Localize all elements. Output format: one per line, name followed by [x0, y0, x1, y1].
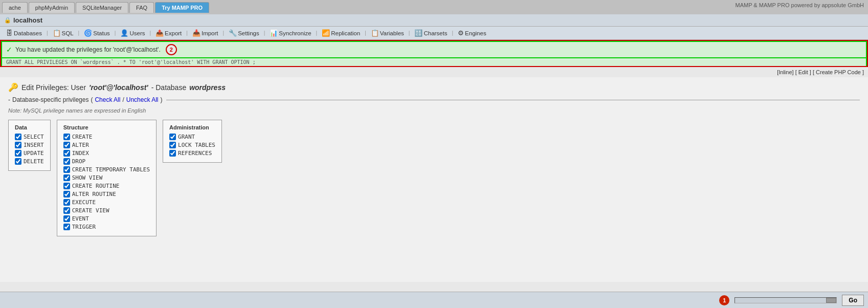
label-update: UPDATE — [24, 150, 44, 157]
label-references: REFERENCES — [178, 150, 212, 157]
checkbox-delete[interactable] — [15, 158, 21, 165]
label-delete: DELETE — [24, 158, 44, 165]
tab-ache[interactable]: ache — [2, 2, 28, 13]
priv-group-data: Data SELECT INSERT UPDATE DELETE — [8, 120, 51, 171]
import-icon: 📥 — [192, 29, 201, 37]
priv-show-view: SHOW VIEW — [63, 174, 150, 181]
nav-sql-label: SQL — [62, 30, 74, 36]
nav-sep-8: | — [316, 30, 318, 36]
priv-create-temporary-tables: CREATE TEMPORARY TABLES — [63, 166, 150, 173]
inline-link[interactable]: [Inline] — [777, 69, 793, 75]
label-drop: DROP — [72, 158, 86, 165]
checkbox-create-temporary-tables[interactable] — [63, 166, 70, 173]
nav-sep-2: | — [78, 30, 80, 36]
priv-select: SELECT — [15, 134, 44, 140]
nav-sep-11: | — [452, 30, 453, 36]
label-grant: GRANT — [178, 134, 195, 140]
page-title-prefix: Edit Privileges: User — [21, 83, 86, 92]
action-links: [Inline] [ Edit ] [ Create PHP Code ] — [0, 67, 868, 77]
nav-replication[interactable]: 📶 Replication — [319, 28, 363, 38]
nav-settings-label: Settings — [238, 30, 259, 36]
checkbox-grant[interactable] — [169, 134, 176, 140]
settings-icon: 🔧 — [229, 29, 237, 37]
privilege-groups: Data SELECT INSERT UPDATE DELETE Structu… — [8, 120, 860, 236]
label-alter-routine: ALTER ROUTINE — [72, 191, 116, 197]
page-title-database: wordpress — [189, 83, 226, 92]
nav-export[interactable]: 📤 Export — [152, 28, 185, 38]
nav-status-label: Status — [93, 30, 110, 36]
priv-group-structure: Structure CREATE ALTER INDEX DROP CREATE… — [57, 120, 157, 236]
checkbox-lock-tables[interactable] — [169, 142, 176, 148]
nav-settings[interactable]: 🔧 Settings — [226, 28, 262, 38]
checkbox-update[interactable] — [15, 150, 21, 157]
checkbox-select[interactable] — [15, 134, 21, 140]
structure-group-title: Structure — [63, 124, 150, 130]
priv-paren-open: ( — [91, 96, 93, 103]
export-icon: 📤 — [155, 29, 164, 37]
main-content: 🔑 Edit Privileges: User 'root'@'localhos… — [0, 77, 868, 282]
nav-import[interactable]: 📥 Import — [189, 28, 221, 38]
priv-update: UPDATE — [15, 150, 44, 157]
nav-status[interactable]: 🌀 Status — [81, 28, 113, 38]
label-create-view: CREATE VIEW — [72, 207, 109, 214]
checkbox-create-view[interactable] — [63, 207, 70, 214]
nav-synchronize[interactable]: 📊 Synchronize — [266, 28, 314, 38]
priv-divider — [166, 100, 860, 100]
tab-faq[interactable]: FAQ — [129, 2, 154, 13]
checkbox-create[interactable] — [63, 134, 70, 140]
nav-bar: 🗄 Databases | 📋 SQL | 🌀 Status | 👤 Users… — [0, 27, 868, 40]
nav-import-label: Import — [202, 30, 218, 36]
charsets-icon: 🔠 — [414, 29, 422, 37]
nav-variables[interactable]: 📋 Variables — [368, 28, 407, 38]
checkbox-create-routine[interactable] — [63, 183, 70, 189]
success-annotation-box: ✓ You have updated the privileges for 'r… — [0, 40, 868, 67]
checkbox-execute[interactable] — [63, 199, 70, 206]
label-alter: ALTER — [72, 142, 89, 148]
checkbox-trigger[interactable] — [63, 224, 70, 230]
priv-insert: INSERT — [15, 142, 44, 148]
label-trigger: TRIGGER — [72, 224, 96, 230]
tab-sqlitemanager[interactable]: SQLiteManager — [76, 2, 128, 13]
checkbox-event[interactable] — [63, 215, 70, 222]
nav-sql[interactable]: 📋 SQL — [50, 28, 77, 38]
priv-index: INDEX — [63, 150, 150, 157]
edit-link[interactable]: [ Edit ] — [795, 69, 811, 75]
priv-lock-tables: LOCK TABLES — [169, 142, 215, 148]
uncheck-all-link[interactable]: Uncheck All — [126, 96, 159, 103]
priv-delete: DELETE — [15, 158, 44, 165]
check-all-link[interactable]: Check All — [95, 96, 120, 103]
privileges-section-text: Database-specific privileges — [12, 96, 88, 103]
page-title-user: 'root'@'localhost' — [89, 83, 148, 92]
checkbox-drop[interactable] — [63, 158, 70, 165]
nav-engines[interactable]: ⚙ Engines — [455, 28, 489, 38]
label-select: SELECT — [24, 134, 44, 140]
checkbox-alter[interactable] — [63, 142, 70, 148]
checkbox-index[interactable] — [63, 150, 70, 157]
nav-sep-6: | — [223, 30, 225, 36]
label-execute: EXECUTE — [72, 199, 96, 206]
tab-trymamppro[interactable]: Try MAMP PRO — [155, 2, 209, 13]
replication-icon: 📶 — [322, 29, 330, 37]
server-label: localhost — [13, 16, 42, 24]
checkbox-insert[interactable] — [15, 142, 21, 148]
data-group-title: Data — [15, 124, 44, 130]
priv-execute: EXECUTE — [63, 199, 150, 206]
nav-charsets[interactable]: 🔠 Charsets — [411, 28, 450, 38]
label-index: INDEX — [72, 150, 89, 157]
nav-sep-4: | — [149, 30, 151, 36]
nav-databases[interactable]: 🗄 Databases — [3, 28, 45, 38]
priv-grant: GRANT — [169, 134, 215, 140]
priv-create-view: CREATE VIEW — [63, 207, 150, 214]
checkbox-alter-routine[interactable] — [63, 191, 70, 197]
checkbox-show-view[interactable] — [63, 174, 70, 181]
key-icon: 🔑 — [8, 82, 18, 92]
create-php-link[interactable]: [ Create PHP Code ] — [813, 69, 864, 75]
nav-users[interactable]: 👤 Users — [117, 28, 148, 38]
label-insert: INSERT — [24, 142, 44, 148]
nav-sep-10: | — [409, 30, 410, 36]
priv-create: CREATE — [63, 134, 150, 140]
note-line: Note: MySQL privilege names are expresse… — [8, 107, 860, 114]
tab-phpmyadmin[interactable]: phpMyAdmin — [29, 2, 75, 13]
checkbox-references[interactable] — [169, 150, 176, 157]
badge-2: 2 — [166, 44, 177, 55]
